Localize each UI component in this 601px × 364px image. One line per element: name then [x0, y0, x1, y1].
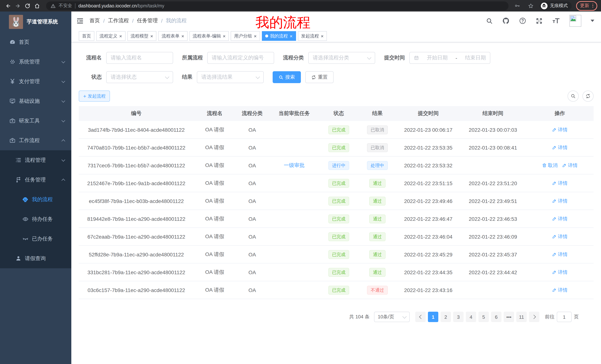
sidebar-toggle-icon[interactable] [77, 17, 84, 24]
detail-link[interactable]: 详情 [552, 233, 568, 240]
sidebar-item-done-tasks[interactable]: 已办任务 [0, 229, 71, 249]
close-icon[interactable]: × [223, 34, 226, 38]
close-icon[interactable]: × [181, 34, 184, 38]
next-page-button[interactable] [529, 312, 539, 322]
process-name-input[interactable]: 请输入流程名 [106, 52, 173, 64]
close-icon[interactable]: × [150, 34, 153, 38]
goto-page-input[interactable]: 1 [557, 312, 572, 322]
reload-icon[interactable] [23, 1, 32, 10]
page-button-6[interactable]: 6 [491, 312, 501, 322]
sidebar-item-leave-query[interactable]: 请假查询 [0, 249, 71, 268]
back-icon[interactable] [4, 1, 13, 10]
status-badge: 已完成 [328, 214, 349, 223]
tab-form-edit[interactable]: 流程表单-编辑× [190, 31, 229, 41]
process-category-select[interactable]: 请选择流程分类 [308, 52, 375, 64]
cancel-link[interactable]: 取消 [542, 162, 558, 169]
tab-start-process[interactable]: 发起流程× [298, 31, 327, 41]
search-icon [279, 75, 283, 80]
sidebar-item-devtools[interactable]: 研发工具 [0, 111, 71, 131]
pencil-icon [552, 127, 557, 132]
tab-definition[interactable]: 流程定义× [96, 31, 125, 41]
font-size-icon[interactable] [552, 17, 560, 25]
page-size-select[interactable]: 10条/页 [374, 312, 410, 322]
sidebar-item-payment[interactable]: 支付管理 [0, 72, 71, 91]
github-icon[interactable] [502, 17, 510, 25]
browser-update-button[interactable]: 更新 [576, 1, 597, 10]
detail-link[interactable]: 详情 [552, 269, 568, 276]
breadcrumb-item[interactable]: 任务管理 [137, 18, 158, 24]
tab-label: 我的流程 [270, 33, 288, 39]
sidebar-item-infra[interactable]: 基础设施 [0, 91, 71, 111]
refresh-table-button[interactable] [582, 91, 594, 102]
detail-link[interactable]: 详情 [552, 287, 568, 293]
tab-my-process[interactable]: 我的流程× [262, 31, 296, 41]
pencil-icon [552, 145, 557, 150]
result-select[interactable]: 请选择流结果 [197, 71, 264, 83]
tab-label: 流程定义 [100, 33, 117, 39]
action-label: 详情 [558, 215, 568, 222]
page-button-3[interactable]: 3 [453, 312, 464, 322]
cell-process-category: OA [235, 180, 269, 186]
fullscreen-icon[interactable] [536, 17, 543, 24]
tab-form[interactable]: 流程表单× [158, 31, 187, 41]
home-icon[interactable] [33, 1, 42, 10]
sidebar-item-process-mgmt[interactable]: 流程管理 [0, 150, 71, 170]
sidebar-item-task-mgmt[interactable]: 任务管理 [0, 170, 71, 190]
sidebar-item-home[interactable]: 首页 [0, 32, 71, 52]
help-icon[interactable] [519, 17, 526, 25]
search-button[interactable]: 搜索 [273, 71, 301, 83]
close-icon[interactable]: × [321, 34, 323, 38]
detail-link[interactable]: 详情 [552, 215, 568, 222]
cell-result: 通过 [358, 196, 397, 205]
close-icon[interactable]: × [254, 34, 257, 38]
avatar[interactable] [570, 15, 581, 27]
cell-status: 已完成 [320, 286, 358, 294]
avatar-dropdown-caret-icon[interactable] [591, 20, 594, 22]
result-badge: 已取消 [367, 143, 388, 152]
action-label: 详情 [558, 287, 568, 293]
key-icon[interactable] [513, 1, 522, 10]
address-bar[interactable]: 不安全 dashboard.yudao.iocoder.cn/bpm/task/… [46, 1, 508, 10]
action-label: 详情 [558, 198, 568, 204]
sidebar-item-todo-tasks[interactable]: 待办任务 [0, 209, 71, 229]
chevron-down-icon [61, 79, 65, 83]
sidebar-item-system[interactable]: 系统管理 [0, 52, 71, 72]
security-label[interactable]: 不安全 [59, 3, 72, 9]
tab-model[interactable]: 流程模型× [127, 31, 156, 41]
close-icon[interactable]: × [119, 34, 122, 38]
page-button-11[interactable]: 11 [516, 312, 527, 322]
cell-process-category: OA [235, 198, 269, 204]
tab-user-group[interactable]: 用户分组× [231, 31, 260, 41]
page-button-2[interactable]: 2 [441, 312, 451, 322]
sidebar-item-workflow[interactable]: 工作流程 [0, 131, 71, 150]
url-text[interactable]: dashboard.yudao.iocoder.cn/bpm/task/my [78, 3, 164, 8]
browser-menu-icon[interactable] [592, 4, 593, 8]
status-select[interactable]: 请选择状态 [106, 71, 173, 83]
process-definition-input[interactable]: 请输入流程定义的编号 [207, 52, 274, 64]
bookmark-star-icon[interactable] [526, 1, 535, 10]
current-task-link[interactable]: 一级审批 [284, 162, 305, 169]
detail-link[interactable]: 详情 [552, 180, 568, 186]
app-logo-row[interactable]: 🐰 芋道管理系统 [0, 11, 71, 32]
toggle-search-button[interactable] [568, 91, 579, 102]
close-icon[interactable]: × [290, 34, 292, 38]
incognito-label: 无痕模式 [550, 3, 568, 9]
page-button-1[interactable]: 1 [428, 312, 438, 322]
detail-link[interactable]: 详情 [552, 198, 568, 204]
prev-page-button[interactable] [415, 312, 426, 322]
sidebar-item-my-process[interactable]: 我的流程 [0, 190, 71, 209]
reset-button[interactable]: 重置 [305, 71, 334, 83]
start-process-button[interactable]: + 发起流程 [79, 91, 110, 102]
detail-link[interactable]: 详情 [552, 126, 568, 133]
detail-link[interactable]: 详情 [552, 251, 568, 258]
page-button-5[interactable]: 5 [478, 312, 489, 322]
tab-home[interactable]: 首页 [79, 31, 94, 41]
submit-time-range-picker[interactable]: 开始日期 - 结束日期 [409, 52, 490, 64]
page-button-4[interactable]: 4 [466, 312, 476, 322]
breadcrumb-item[interactable]: 工作流程 [108, 18, 129, 24]
forward-icon[interactable] [13, 1, 22, 10]
search-icon[interactable] [486, 17, 493, 24]
breadcrumb-item[interactable]: 首页 [90, 18, 100, 24]
detail-link[interactable]: 详情 [552, 144, 568, 151]
detail-link[interactable]: 详情 [562, 162, 578, 169]
